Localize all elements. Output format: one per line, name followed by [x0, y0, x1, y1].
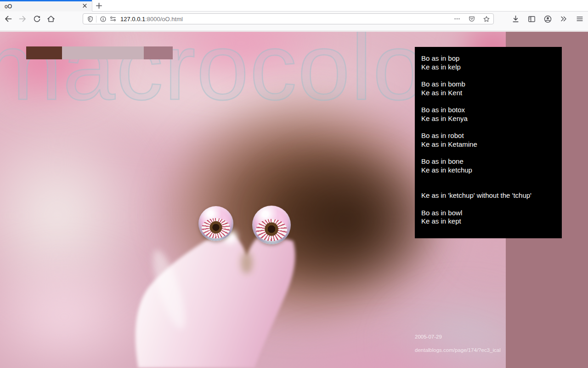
droplet-flower-reflection: [202, 218, 230, 238]
pronunciation-pair: Bo as in botox Ke as in Kenya: [421, 106, 555, 123]
droplet-flower-reflection: [256, 219, 288, 242]
url-text[interactable]: 127.0.0.1:8000/oO.html: [120, 16, 450, 23]
pronunciation-pair: Bo as in robot Ke as in Ketamine: [421, 132, 555, 149]
pronunciation-line: Bo as in botox: [421, 106, 555, 115]
bookmark-star-icon[interactable]: [483, 15, 490, 23]
pronunciation-line: Ke as in kelp: [421, 63, 555, 72]
forward-icon[interactable]: [18, 14, 27, 23]
url-host: 127.0.0.1: [120, 16, 145, 23]
pronunciation-line: Ke as in Kent: [421, 89, 555, 98]
plus-icon[interactable]: [95, 1, 103, 10]
active-tab[interactable]: oO: [0, 0, 92, 12]
pronunciation-line: Ke as in Kenya: [421, 115, 555, 123]
pronunciation-panel: Bo as in bop Ke as in kelp Bo as in bomb…: [415, 47, 562, 238]
navigation-toolbar: 127.0.0.1:8000/oO.html: [0, 12, 588, 31]
menu-icon[interactable]: [575, 14, 584, 23]
sidebar-icon[interactable]: [527, 14, 536, 23]
tab-bar: oO: [0, 0, 588, 12]
pronunciation-pair: Bo as in bone Ke as in ketchup: [421, 157, 555, 174]
pronunciation-pair: Ke as in 'ketchup' without the 'tchup': [421, 191, 555, 200]
site-info-icon[interactable]: [99, 15, 107, 23]
pronunciation-line: Bo as in robot: [421, 132, 555, 140]
tracking-shield-icon[interactable]: [86, 15, 94, 23]
water-droplet-eye-right: [252, 206, 291, 244]
pronunciation-line: Bo as in bop: [421, 54, 555, 63]
pronunciation-line: Ke as in kept: [421, 217, 555, 226]
reload-icon[interactable]: [32, 14, 41, 23]
pronunciation-line: Ke as in ketchup: [421, 166, 555, 175]
water-droplet-eye-left: [198, 206, 233, 241]
overflow-chevrons-icon[interactable]: [559, 14, 568, 23]
account-icon[interactable]: [543, 14, 552, 23]
download-icon[interactable]: [511, 14, 520, 23]
permissions-icon[interactable]: [109, 15, 117, 23]
source-link[interactable]: dentalblogs.com/page/174/?ec3_ical: [415, 347, 501, 353]
urlbar-actions: [453, 15, 490, 23]
pronunciation-line: Ke as in Ketamine: [421, 140, 555, 149]
header-bar-light: [62, 46, 144, 59]
url-path: :8000/oO.html: [145, 16, 183, 23]
header-bar-dark: [26, 46, 62, 59]
page-viewport: macrocolor: [0, 32, 588, 368]
nav-button-group: [4, 13, 56, 24]
pronunciation-line: Ke as in 'ketchup' without the 'tchup': [421, 191, 555, 200]
urlbar-divider: [96, 16, 96, 23]
pronunciation-line: Bo as in bowl: [421, 209, 555, 218]
pocket-icon[interactable]: [468, 15, 475, 23]
active-tab-indicator: [0, 0, 92, 1]
header-bar-mauve: [144, 46, 173, 59]
pronunciation-pair: Bo as in bomb Ke as in Kent: [421, 80, 555, 97]
tab-title: oO: [5, 3, 12, 10]
home-icon[interactable]: [46, 14, 56, 23]
close-icon[interactable]: [81, 2, 89, 10]
pronunciation-pair: Bo as in bop Ke as in kelp: [421, 54, 555, 71]
pronunciation-line: Bo as in bomb: [421, 80, 555, 89]
toolbar-button-group: [511, 13, 584, 24]
post-date: 2005-07-29: [415, 334, 442, 339]
page-actions-icon[interactable]: [453, 15, 461, 23]
url-bar[interactable]: 127.0.0.1:8000/oO.html: [83, 13, 494, 24]
back-icon[interactable]: [4, 14, 13, 23]
pronunciation-line: Bo as in bone: [421, 157, 555, 166]
pronunciation-pair: Bo as in bowl Ke as in kept: [421, 209, 555, 226]
